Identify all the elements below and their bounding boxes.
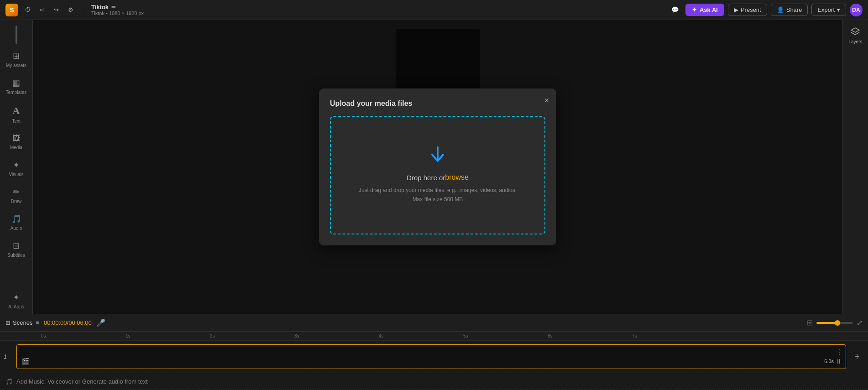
layers-button[interactable]: Layers — [847, 24, 864, 48]
topbar: S ⏱ ↩ ↪ ⚙ Tiktok ✏ Tiktok • 1080 × 1920 … — [0, 0, 868, 20]
topbar-divider — [82, 5, 82, 15]
ruler-tick-1: 1s — [125, 333, 210, 338]
add-track-button[interactable]: + — [850, 349, 864, 364]
ruler-tick-5: 5s — [463, 333, 548, 338]
visuals-icon: ✦ — [13, 160, 20, 170]
track-pause-icon: ⏸ — [836, 358, 842, 365]
drop-text: Drop here or — [407, 174, 445, 182]
modal-close-button[interactable]: × — [544, 96, 549, 105]
zoom-bar[interactable] — [816, 322, 853, 324]
sidebar-item-audio[interactable]: 🎵 Audio — [2, 209, 31, 235]
canvas-area: Upload your media files × Drop here or b… — [33, 20, 842, 314]
ask-ai-button[interactable]: ✦ Ask AI — [685, 4, 724, 16]
sidebar-label-draw: Draw — [11, 199, 21, 204]
add-audio-label: Add Music, Voiceover or Generate audio f… — [16, 378, 148, 385]
media-icon: 🖼 — [12, 134, 21, 143]
main-area: ⊞ My assets ▦ Templates A Text 🖼 Media ✦… — [0, 20, 868, 314]
sidebar-item-media[interactable]: 🖼 Media — [2, 129, 31, 155]
edit-icon[interactable]: ✏ — [111, 4, 116, 10]
redo-button[interactable]: ↪ — [51, 5, 62, 15]
scenes-label: Scenes — [13, 319, 32, 326]
layers-icon — [851, 27, 860, 37]
track-bar[interactable]: ⋮ 🎬 6.0s ⏸ — [16, 344, 846, 369]
avatar[interactable]: DA — [850, 4, 863, 16]
sidebar-item-templates[interactable]: ▦ Templates — [2, 73, 31, 99]
project-name: Tiktok — [91, 4, 109, 10]
time-total: /00:06:00 — [67, 319, 92, 326]
add-audio-bar[interactable]: 🎵 Add Music, Voiceover or Generate audio… — [0, 373, 868, 390]
scenes-button[interactable]: ⊞ Scenes ≡ — [5, 319, 39, 326]
sidebar-item-draw[interactable]: ✏ Draw — [2, 182, 31, 208]
sidebar-item-visuals[interactable]: ✦ Visuals — [2, 156, 31, 182]
sidebar-label-text: Text — [12, 119, 20, 124]
topbar-right: 💬 ✦ Ask AI ▶ Present 👤 Share Export ▾ DA — [669, 4, 863, 16]
ai-star-icon: ✦ — [692, 6, 697, 13]
expand-button[interactable]: ⤢ — [857, 318, 863, 327]
present-button[interactable]: ▶ Present — [728, 4, 767, 16]
bottom-area: ⊞ Scenes ≡ 00:00:00/00:06:00 🎤 ⊞ ⤢ 0s 1s… — [0, 314, 868, 390]
zoom-thumb[interactable] — [835, 320, 840, 326]
chevron-down-icon: ▾ — [837, 6, 840, 13]
left-sidebar: ⊞ My assets ▦ Templates A Text 🖼 Media ✦… — [0, 20, 33, 314]
ruler-tick-3: 3s — [294, 333, 379, 338]
sidebar-label-visuals: Visuals — [9, 172, 23, 177]
modal-title: Upload your media files — [330, 99, 545, 108]
timeline-track-row: 1 ⋮ 🎬 6.0s ⏸ + — [0, 341, 868, 373]
comment-button[interactable]: 💬 — [669, 5, 682, 15]
track-number: 1 — [4, 354, 13, 360]
microphone-button[interactable]: 🎤 — [96, 318, 105, 327]
time-current: 00:00:00 — [44, 319, 67, 326]
upload-modal: Upload your media files × Drop here or b… — [319, 88, 556, 245]
layers-label: Layers — [848, 39, 862, 44]
track-duration: 6.0s — [824, 359, 834, 364]
sidebar-label-ai-apps: AI Apps — [8, 304, 24, 309]
my-assets-icon: ⊞ — [13, 51, 20, 61]
sidebar-label-media: Media — [10, 145, 22, 150]
project-dimensions: Tiktok • 1080 × 1920 px — [91, 10, 144, 16]
present-icon: ▶ — [734, 6, 738, 13]
scroll-handle — [16, 26, 17, 44]
dropzone-sub-text: Just drag and drop your media files. e.g… — [359, 186, 517, 203]
sidebar-item-ai-apps[interactable]: ✦ AI Apps — [2, 288, 31, 314]
timeline-header: ⊞ Scenes ≡ 00:00:00/00:06:00 🎤 ⊞ ⤢ — [0, 314, 868, 332]
download-arrow-icon — [429, 146, 446, 169]
browse-link[interactable]: browse — [445, 173, 469, 182]
ruler-tick-2: 2s — [210, 333, 294, 338]
grid-view-button[interactable]: ⊞ — [807, 318, 813, 327]
sidebar-item-subtitles[interactable]: ⊟ Subtitles — [2, 236, 31, 262]
settings-button[interactable]: ⚙ — [65, 5, 76, 15]
text-icon: A — [13, 105, 20, 117]
undo-button[interactable]: ↩ — [37, 5, 47, 15]
sidebar-label-subtitles: Subtitles — [7, 253, 25, 258]
dropzone-text-row: Drop here or browse — [407, 173, 469, 182]
timeline-ruler: 0s 1s 2s 3s 4s 5s 6s 7s — [0, 332, 868, 341]
share-button[interactable]: 👤 Share — [771, 4, 808, 16]
track-scene-icon: 🎬 — [21, 358, 29, 365]
share-icon: 👤 — [777, 6, 784, 13]
modal-overlay[interactable]: Upload your media files × Drop here or b… — [33, 20, 842, 314]
scenes-grid-icon: ⊞ — [5, 319, 10, 326]
ruler-tick-0: 0s — [41, 333, 125, 338]
scenes-menu-icon: ≡ — [36, 319, 39, 326]
templates-icon: ▦ — [12, 78, 20, 88]
draw-icon: ✏ — [13, 187, 20, 197]
sidebar-item-text[interactable]: A Text — [2, 100, 31, 128]
track-menu-icon[interactable]: ⋮ — [836, 348, 843, 356]
audio-icon: 🎵 — [11, 214, 21, 224]
sidebar-item-my-assets[interactable]: ⊞ My assets — [2, 47, 31, 73]
app-logo[interactable]: S — [5, 4, 18, 16]
export-button[interactable]: Export ▾ — [811, 4, 846, 16]
tl-right-controls: ⊞ ⤢ — [807, 318, 863, 327]
ai-apps-icon: ✦ — [13, 292, 20, 302]
subtitles-icon: ⊟ — [13, 241, 20, 251]
history-button[interactable]: ⏱ — [22, 5, 33, 15]
timeline-time: 00:00:00/00:06:00 — [44, 319, 92, 326]
right-panel: Layers — [842, 20, 868, 314]
ruler-tick-6: 6s — [548, 333, 632, 338]
dropzone[interactable]: Drop here or browse Just drag and drop y… — [330, 116, 545, 234]
track-bar-inner: 6.0s ⏸ — [824, 358, 842, 365]
ruler-tick-7: 7s — [632, 333, 716, 338]
sidebar-label-my-assets: My assets — [6, 63, 26, 68]
sidebar-label-templates: Templates — [6, 90, 27, 95]
project-title: Tiktok ✏ Tiktok • 1080 × 1920 px — [91, 4, 144, 16]
